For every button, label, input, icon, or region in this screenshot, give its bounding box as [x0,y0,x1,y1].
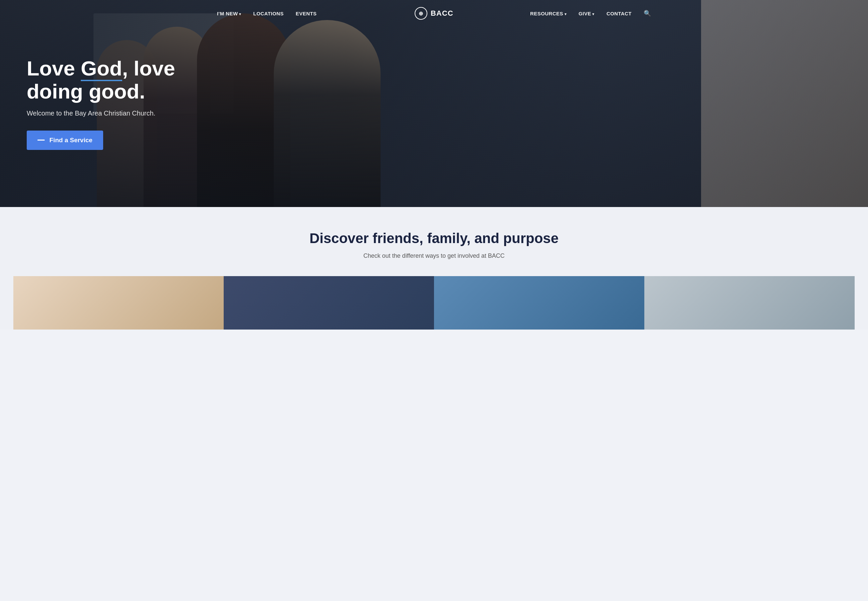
logo-icon: ⊕ [415,7,427,20]
discover-title: Discover friends, family, and purpose [13,230,855,246]
nav-item-give[interactable]: GIVE [579,11,595,16]
card-2[interactable] [224,276,434,329]
nav-item-contact[interactable]: CONTACT [607,11,632,16]
logo-text: BACC [431,9,453,18]
nav-right-links: RESOURCES GIVE CONTACT 🔍 [530,10,651,17]
main-nav: I'M NEW LOCATIONS EVENTS ⊕ BACC RESOURCE… [0,0,868,27]
hero-headline-god: God [81,57,122,81]
discover-section: Discover friends, family, and purpose Ch… [0,207,868,329]
nav-item-im-new[interactable]: I'M NEW [217,11,241,16]
hero-content: Love God, love doing good. Welcome to th… [0,57,234,149]
card-3[interactable] [434,276,644,329]
site-logo[interactable]: ⊕ BACC [415,7,453,20]
hero-section: Love God, love doing good. Welcome to th… [0,0,868,207]
hero-headline: Love God, love doing good. [27,57,207,102]
cards-row [13,276,855,329]
cta-label: Find a Service [49,137,93,144]
nav-item-locations[interactable]: LOCATIONS [253,11,284,16]
hero-headline-part1: Love [27,57,81,80]
card-4[interactable] [644,276,855,329]
find-service-button[interactable]: Find a Service [27,131,103,150]
nav-left-links: I'M NEW LOCATIONS EVENTS [217,11,317,16]
card-1[interactable] [13,276,224,329]
discover-subtitle: Check out the different ways to get invo… [13,252,855,259]
search-icon[interactable]: 🔍 [644,10,651,17]
nav-item-events[interactable]: EVENTS [296,11,317,16]
cta-dash-icon [37,140,45,140]
nav-item-resources[interactable]: RESOURCES [530,11,566,16]
hero-subtitle: Welcome to the Bay Area Christian Church… [27,110,207,117]
